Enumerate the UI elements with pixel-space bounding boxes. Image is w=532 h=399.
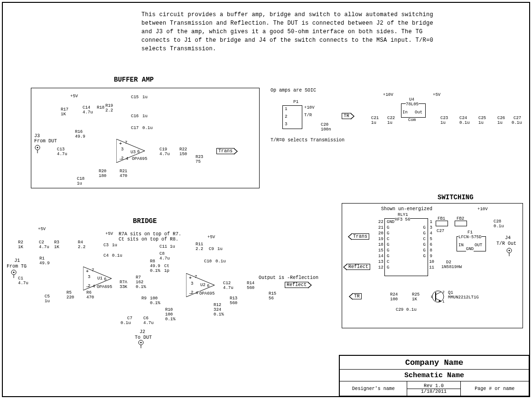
note-relay: Shown un-energized — [381, 206, 432, 212]
c18-val: 1u — [77, 181, 82, 186]
r5-ref: R5 — [66, 290, 72, 295]
u4-com: Com — [408, 118, 416, 122]
c17-val: 0.1u — [142, 126, 153, 130]
c7-ref: C7 — [127, 316, 132, 321]
r12-ref: R12 — [214, 303, 221, 307]
svg-point-1 — [37, 147, 38, 148]
r25-ref: R25 — [412, 292, 420, 297]
r20-ref: R20 — [99, 169, 106, 174]
ct-val: 1p — [164, 269, 169, 273]
c18-ref: C18 — [77, 176, 84, 181]
d2-ref: D2 — [446, 260, 451, 265]
connector-icon-j4 — [505, 248, 513, 255]
c2-val: 4.7u — [39, 245, 49, 250]
p1-ref: P1 — [293, 100, 299, 104]
r14-ref: R14 — [247, 281, 254, 286]
c10-ref: C10 — [204, 259, 212, 264]
c27-ref: C27 — [513, 116, 521, 121]
r24-val: 100 — [390, 297, 398, 302]
c6-ref: C6 — [143, 316, 149, 321]
c10-val: 0.1u — [215, 259, 226, 264]
c15-val: 1u — [142, 95, 148, 100]
c6-val: 4.7u — [143, 321, 154, 325]
c23-val: 1u — [440, 121, 446, 125]
c27b-ref: C27 — [437, 229, 444, 233]
r17-ref: R17 — [61, 107, 68, 112]
r8-ref: R8 — [150, 259, 155, 264]
r10-tol: 0.1% — [165, 317, 176, 322]
c25-ref: C25 — [478, 116, 486, 121]
r6-ref: R6 — [86, 290, 92, 295]
c23-ref: C23 — [440, 116, 448, 121]
net-trans-in: Trans — [351, 233, 369, 240]
company-name: Company Name — [405, 358, 463, 367]
c13-val: 4.7u — [57, 152, 67, 157]
svg-point-34 — [509, 250, 510, 251]
port-j3-name: J3 — [34, 133, 40, 139]
c28-ref: C28 — [494, 219, 501, 224]
port-j4-label: T/R Out — [496, 241, 516, 246]
r24-ref: R24 — [390, 292, 398, 297]
r22-val: 150 — [179, 152, 187, 157]
note-opamps: Op amps are SOIC — [271, 88, 316, 93]
net-reflect-out: Reflect — [285, 282, 308, 288]
r11-ref: R11 — [196, 242, 203, 247]
u2-type: OPA695 — [199, 291, 215, 296]
c5-val: 1u — [45, 299, 50, 304]
c1-ref: C1 — [18, 276, 23, 281]
svg-text:+: + — [189, 276, 192, 281]
r1-val: 49.9 — [39, 261, 50, 266]
f1-gnd: GND — [466, 247, 474, 251]
svg-text:3: 3 — [121, 147, 123, 152]
r20-val: 180 — [99, 174, 106, 178]
relay-rly1: 22 21 20 19 18 15 14 13 12 1 3 4 5 6 8 9… — [384, 218, 428, 276]
svg-text:6: 6 — [104, 277, 106, 282]
f1-in: IN — [458, 243, 464, 248]
r19-ref: R19 — [105, 103, 113, 108]
r9-tol: 0.1% — [150, 301, 160, 306]
section-title-switching: SWITCHING — [437, 194, 475, 201]
p5v-b3: +5V — [207, 235, 215, 240]
port-j2-name: J2 — [140, 329, 145, 334]
r21-ref: R21 — [120, 169, 127, 174]
c16-ref: C16 — [131, 114, 139, 119]
net-trans-out: Trans — [216, 148, 234, 154]
c14-val: 4.7u — [83, 110, 93, 115]
c20-val: 100n — [321, 127, 331, 132]
u2-ref: U2 — [200, 283, 205, 288]
u4-ref: U4 — [409, 97, 414, 102]
c26-ref: C26 — [497, 116, 505, 121]
p10v-top: +10V — [383, 93, 393, 97]
relay-part: HF3 56 — [395, 217, 410, 222]
c25-val: 1u — [478, 121, 484, 125]
r14-val: 560 — [247, 286, 254, 290]
u4-out: Out — [415, 110, 422, 115]
ferrite-fb1 — [436, 221, 448, 226]
f1-out: OUT — [475, 243, 482, 248]
transistor-q1: 213 — [431, 289, 445, 304]
svg-text:3: 3 — [431, 295, 432, 299]
c3-ref: C3 — [103, 243, 109, 248]
p1-10v: +10V — [304, 105, 315, 110]
r16-ref: R16 — [75, 130, 83, 134]
r7-val: 162 — [136, 280, 143, 285]
c19-ref: C19 — [159, 147, 167, 152]
port-j3-label: From DUT — [34, 139, 57, 144]
u1-type: OPA695 — [97, 285, 112, 289]
r9-ref: R9 — [141, 296, 147, 301]
u3-ref: U3 — [131, 150, 136, 155]
svg-text:6: 6 — [137, 149, 140, 154]
svg-text:7: 7 — [92, 268, 94, 273]
connector-icon-j1 — [9, 269, 17, 277]
svg-text:4: 4 — [196, 291, 198, 296]
r7a-ref: R7A — [120, 280, 127, 285]
q1-part: MMUN2212LT1G — [448, 295, 479, 300]
date: 1/18/2011 — [421, 389, 447, 394]
u3-type: OPA695 — [132, 157, 147, 161]
c11-val: 1u — [170, 244, 175, 249]
svg-text:4: 4 — [126, 157, 128, 161]
c21-val: 1u — [371, 121, 376, 125]
r13-ref: R13 — [230, 296, 237, 301]
r23-ref: R23 — [196, 155, 203, 159]
r1-ref: R1 — [39, 256, 45, 261]
